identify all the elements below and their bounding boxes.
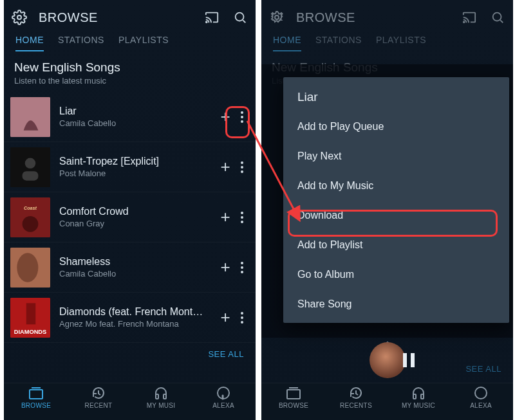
tab-stations[interactable]: STATIONS (315, 35, 362, 51)
svg-rect-13 (26, 303, 35, 324)
album-art: Coast (10, 197, 50, 237)
see-all-link[interactable]: SEE ALL (454, 358, 513, 380)
overflow-menu-icon[interactable] (235, 158, 249, 177)
svg-text:DIAMONDS: DIAMONDS (14, 328, 47, 334)
overflow-menu-icon[interactable] (235, 258, 249, 277)
tab-playlists[interactable]: PLAYLISTS (376, 35, 426, 51)
add-button[interactable]: + (216, 257, 235, 277)
menu-item-add-queue[interactable]: Add to Play Queue (283, 112, 509, 142)
nav-label: ALEXA (470, 402, 492, 409)
browse-icon (286, 386, 301, 400)
tab-stations[interactable]: STATIONS (58, 35, 104, 51)
tab-playlists[interactable]: PLAYLISTS (118, 35, 169, 51)
menu-item-add-playlist[interactable]: Add to Playlist (283, 230, 509, 260)
track-meta: Comfort Crowd Conan Gray (50, 206, 216, 228)
nav-alexa[interactable]: ALEXA (203, 386, 244, 416)
svg-point-21 (464, 21, 465, 23)
track-title: Liar (59, 105, 216, 117)
tab-home[interactable]: HOME (273, 35, 301, 51)
pause-icon[interactable] (402, 352, 416, 369)
nav-label: ALEXA (212, 402, 234, 409)
svg-rect-18 (164, 394, 166, 399)
track-title: Shameless (59, 256, 216, 268)
track-row[interactable]: Coast Comfort Crowd Conan Gray + (4, 192, 256, 242)
add-button[interactable]: + (216, 307, 235, 327)
browse-icon (29, 386, 43, 400)
nav-label: MY MUSIC (402, 402, 435, 409)
overflow-menu-icon[interactable] (235, 107, 249, 127)
menu-item-share[interactable]: Share Song (283, 289, 509, 319)
menu-item-add-my-music[interactable]: Add to My Music (283, 171, 509, 201)
track-artist: Post Malone (59, 169, 216, 178)
gear-icon[interactable] (10, 8, 28, 26)
menu-item-go-album[interactable]: Go to Album (283, 260, 509, 289)
nav-alexa[interactable]: ALEXA (460, 386, 501, 416)
history-icon (91, 386, 106, 400)
svg-rect-27 (413, 394, 416, 399)
svg-rect-3 (10, 97, 50, 137)
tab-bar: HOME STATIONS PLAYLISTS (4, 35, 256, 51)
svg-point-9 (23, 215, 39, 232)
add-button[interactable]: + (216, 207, 235, 227)
gear-icon[interactable] (268, 8, 286, 26)
section-subtitle: Listen to the latest music (14, 76, 245, 86)
track-title: Diamonds (feat. French Mont… (59, 306, 216, 318)
svg-point-29 (475, 387, 487, 399)
menu-item-download[interactable]: Download (283, 201, 509, 230)
cast-icon[interactable] (460, 8, 478, 26)
search-icon[interactable] (231, 8, 249, 26)
track-row[interactable]: Shameless Camila Cabello + (4, 242, 256, 293)
app-header: BROWSE (261, 0, 513, 35)
add-button[interactable]: + (216, 157, 235, 177)
search-icon[interactable] (489, 8, 507, 26)
track-row[interactable]: Saint-Tropez [Explicit] Post Malone + (4, 142, 256, 192)
svg-rect-17 (156, 394, 158, 399)
nav-label: BROWSE (21, 402, 51, 409)
svg-point-11 (17, 253, 38, 282)
track-row[interactable]: Liar Camila Cabello + (4, 92, 256, 142)
svg-point-0 (17, 15, 21, 19)
nav-recents[interactable]: RECENTS (335, 386, 377, 416)
add-button[interactable]: + (216, 107, 235, 127)
alexa-icon (474, 386, 488, 400)
svg-rect-25 (287, 390, 300, 399)
svg-rect-28 (421, 394, 424, 399)
nav-recents[interactable]: RECENT (78, 386, 119, 416)
nav-label: RECENTS (340, 402, 372, 409)
context-menu-sheet: Liar Add to Play Queue Play Next Add to … (283, 77, 509, 323)
cast-icon[interactable] (203, 8, 221, 26)
context-menu-title: Liar (283, 86, 509, 112)
nav-label: BROWSE (279, 402, 308, 409)
svg-point-2 (236, 13, 244, 21)
header-title: BROWSE (296, 10, 450, 25)
phone-screen-context-menu: BROWSE HOME STATIONS PLAYLISTS New Engli… (261, 0, 513, 420)
track-artist: Camila Cabello (59, 118, 216, 128)
svg-rect-24 (411, 353, 415, 367)
nav-my-music[interactable]: MY MUSI (140, 386, 182, 416)
section-header: New English Songs Listen to the latest m… (4, 51, 256, 92)
nav-label: MY MUSI (147, 402, 176, 409)
svg-point-5 (25, 158, 36, 169)
track-title: Saint-Tropez [Explicit] (59, 156, 216, 167)
overflow-menu-icon[interactable] (235, 208, 249, 227)
svg-rect-6 (23, 171, 39, 180)
nav-label: RECENT (85, 402, 113, 409)
nav-browse[interactable]: BROWSE (15, 386, 57, 416)
menu-item-play-next[interactable]: Play Next (283, 142, 509, 171)
track-meta: Saint-Tropez [Explicit] Post Malone (50, 156, 216, 178)
nav-browse[interactable]: BROWSE (273, 386, 314, 416)
app-header: BROWSE (4, 0, 256, 35)
album-art: DIAMONDS (10, 298, 50, 338)
svg-point-20 (275, 15, 279, 19)
tab-home[interactable]: HOME (15, 35, 44, 51)
see-all-link[interactable]: SEE ALL (4, 343, 256, 365)
nav-my-music[interactable]: MY MUSIC (398, 386, 439, 416)
tab-bar: HOME STATIONS PLAYLISTS (261, 35, 513, 51)
svg-text:Coast: Coast (24, 205, 37, 210)
track-artist: Agnez Mo feat. French Montana (59, 319, 216, 329)
phone-screen-browse: BROWSE HOME STATIONS PLAYLISTS New Engli… (4, 0, 256, 420)
track-row[interactable]: DIAMONDS Diamonds (feat. French Mont… Ag… (4, 293, 256, 343)
headphones-icon (154, 386, 168, 400)
track-artist: Camila Cabello (59, 269, 216, 278)
overflow-menu-icon[interactable] (235, 308, 249, 327)
